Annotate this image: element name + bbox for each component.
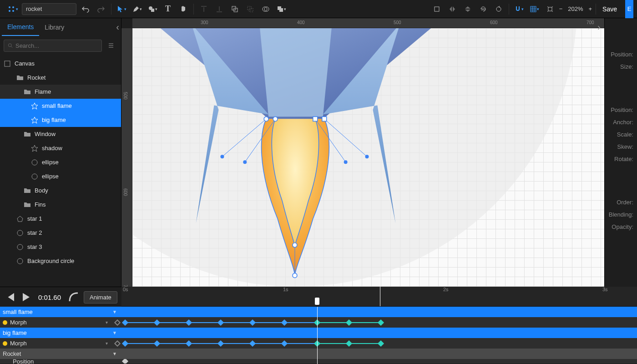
circle-icon [31,159,38,166]
canvas-artwork [132,28,604,287]
track-big-flame[interactable]: big flame▼ [0,328,637,338]
project-name-input[interactable] [22,3,76,15]
collapse-left-icon[interactable]: ‹ [116,22,119,32]
prop-skew: Skew: [608,143,633,150]
playhead-track-line [317,307,318,364]
expand-right-icon[interactable]: › [597,22,601,32]
svg-point-32 [32,160,37,165]
export-button[interactable]: E [625,0,633,18]
star-icon [31,145,38,152]
svg-rect-17 [279,8,283,12]
svg-rect-5 [151,9,154,12]
circle-icon [16,258,24,265]
text-tool-icon[interactable]: T [162,3,174,15]
zoom-in-button[interactable]: + [588,5,592,12]
tree-body[interactable]: Body [0,183,121,197]
easing-icon[interactable] [68,292,79,303]
visibility-icon[interactable] [5,359,10,364]
svg-point-43 [220,155,224,158]
tree-window[interactable]: Window [0,127,121,141]
play-button[interactable] [20,292,31,303]
folder-icon [24,131,31,138]
redo-icon[interactable] [95,3,107,15]
track-morph-1[interactable]: Morph▾ [0,317,637,328]
timeline-ruler[interactable]: 0s 1s 2s 3s ↖ [121,287,637,307]
tree-ellipse-1[interactable]: ellipse [0,155,121,169]
ungroup-icon[interactable] [244,3,257,15]
tab-library[interactable]: Library [39,19,70,35]
prop-scale: Scale: [608,131,633,138]
canvas[interactable]: 300 400 500 600 700 500 600 700 [121,18,604,287]
tree-big-flame[interactable]: big flame [0,113,121,127]
align-bottom-icon[interactable] [213,3,226,15]
undo-icon[interactable] [79,3,92,15]
app-menu-icon[interactable]: ▾ [6,3,19,15]
tree-star-3[interactable]: star 3 [0,240,121,254]
svg-point-44 [243,160,247,164]
tab-elements[interactable]: Elements [2,19,39,36]
circle-icon [31,173,38,180]
prop-order: Order: [608,199,633,206]
select-tool-icon[interactable]: ▾ [115,3,128,15]
animate-button[interactable]: Animate [84,291,117,303]
prop-blending: Blending: [608,211,633,218]
elements-panel: Elements Library ‹ Canvas Rocket Flame s… [0,18,121,287]
fit-icon[interactable] [544,3,556,15]
save-button[interactable]: Save [597,3,622,15]
circle-icon [16,229,24,237]
folder-icon [24,88,31,96]
keyframe-icon[interactable] [114,340,121,346]
canvas-icon [4,60,11,67]
keyframe-icon[interactable] [114,319,121,325]
shape-tool-icon[interactable]: ▾ [146,3,159,15]
svg-point-47 [264,116,268,121]
tree-rocket[interactable]: Rocket [0,71,121,85]
folder-icon [16,74,24,81]
track-position[interactable]: Position [0,359,637,364]
track-small-flame[interactable]: small flame▼ [0,307,637,317]
tree-canvas[interactable]: Canvas [0,56,121,71]
svg-point-3 [12,10,14,12]
snap-icon[interactable]: ▾ [513,3,526,15]
tree-bg-circle[interactable]: Background circle [0,254,121,268]
zoom-out-button[interactable]: − [559,5,563,12]
properties-panel: › Position: Size: Position: Anchor: Scal… [604,18,637,287]
grid-icon[interactable]: ▾ [528,3,541,15]
mask-icon[interactable] [259,3,272,15]
pen-tool-icon[interactable]: ▾ [131,3,143,15]
artboard-icon[interactable] [430,3,443,15]
tree-small-flame[interactable]: small flame [0,99,121,113]
tree-fins[interactable]: Fins [0,197,121,212]
record-icon [3,341,7,346]
svg-point-1 [12,6,14,8]
svg-rect-20 [531,6,536,12]
search-input[interactable] [4,40,102,52]
rotate-icon[interactable] [492,3,505,15]
align-top-icon[interactable] [197,3,210,15]
timecode: 0:01.60 [35,293,64,301]
flip-h-icon[interactable] [446,3,459,15]
record-icon [3,320,7,325]
tree-shadow[interactable]: shadow [0,141,121,155]
track-morph-2[interactable]: Morph▾ [0,338,637,349]
svg-point-26 [8,44,11,47]
ruler-horizontal: 300 400 500 600 700 [132,18,604,28]
group-icon[interactable] [228,3,241,15]
tree-star-1[interactable]: star 1 [0,212,121,226]
ruler-vertical: 500 600 700 [121,28,132,287]
rewind-button[interactable] [5,292,15,303]
prop-position2: Position: [608,106,633,113]
filter-icon[interactable] [105,39,117,52]
playhead-line[interactable] [380,287,380,306]
rotate-90-icon[interactable]: 90 [477,3,490,15]
circle-icon [16,243,24,251]
top-toolbar: ▾ ▾ ▾ ▾ T ▾ 90 ▾ ▾ − 202% + Save E [0,0,637,18]
svg-point-46 [365,155,369,158]
boolean-icon[interactable]: ▾ [275,3,288,15]
tree-flame[interactable]: Flame [0,85,121,99]
flip-v-icon[interactable] [461,3,474,15]
tree-ellipse-2[interactable]: ellipse [0,169,121,183]
tree-star-2[interactable]: star 2 [0,226,121,240]
track-rocket[interactable]: Rocket▼ [0,349,637,359]
hand-tool-icon[interactable] [177,3,190,15]
